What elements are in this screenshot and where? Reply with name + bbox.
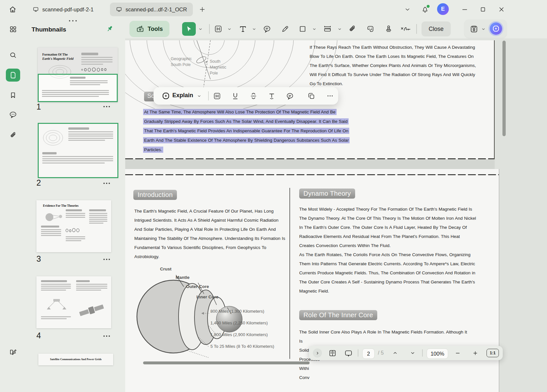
introduction-paragraph[interactable]: The Earth's Magnetic Field, A Crucial Fe…	[134, 207, 287, 261]
page-number-input[interactable]: 2	[362, 348, 375, 359]
thumbnail-menu-button[interactable]	[103, 183, 110, 184]
attach-tool-button[interactable]	[345, 22, 359, 36]
horizontal-scrollbar[interactable]	[143, 361, 310, 364]
section-heading-introduction[interactable]: Introduction	[133, 190, 177, 200]
highlight-action-button[interactable]	[212, 91, 222, 100]
close-window-button[interactable]	[497, 5, 506, 14]
section-heading-dynamo-theory[interactable]: Dynamo Theory	[299, 189, 355, 199]
highlight-tool-chevron[interactable]	[227, 27, 232, 31]
thumbnail-menu-button[interactable]	[103, 106, 110, 107]
comment-tool-button[interactable]	[260, 22, 274, 36]
highlight-tool-button[interactable]	[211, 22, 225, 36]
page1-selected-text[interactable]: At The Same Time, The Atmosphere Will Al…	[143, 107, 354, 154]
close-document-button[interactable]: Close	[421, 21, 451, 36]
text-tool-chevron[interactable]	[251, 27, 257, 31]
previous-page-button[interactable]	[390, 348, 400, 358]
thumbnail-menu-button[interactable]	[103, 335, 110, 337]
select-tool-button[interactable]	[182, 22, 196, 36]
reader-sign-mode-button[interactable]	[6, 346, 20, 359]
paperclip-icon	[348, 25, 356, 33]
sidebar-bookmarks-button[interactable]	[6, 89, 20, 102]
maximize-button[interactable]	[478, 5, 488, 14]
thumbnail-page-3[interactable]: Evidence For The Theories	[36, 200, 111, 252]
diagram-label-south-magnetic-pole: South Magnetic Pole	[210, 59, 230, 76]
open-book-pen-icon	[9, 348, 17, 357]
vertical-scrollbar[interactable]	[502, 41, 506, 136]
home-button[interactable]	[7, 3, 19, 16]
stamp-tool-button[interactable]	[382, 22, 395, 36]
ai-explain-icon	[161, 91, 171, 101]
pin-panel-button[interactable]	[105, 24, 114, 34]
sidebar-home-grid-button[interactable]	[6, 23, 20, 36]
comment-action-button[interactable]	[285, 91, 295, 100]
sidebar-search-button[interactable]	[6, 49, 20, 62]
selection-floating-toolbar: Explain	[153, 87, 338, 105]
shape-tool-chevron[interactable]	[312, 27, 317, 31]
select-tool-chevron[interactable]	[198, 27, 203, 31]
collapse-statusbar-button[interactable]	[313, 348, 322, 358]
next-page-button[interactable]	[408, 348, 418, 358]
page1-paragraph[interactable]: If These Rays Reach The Earth Without Ob…	[310, 43, 477, 88]
measure-tool-chevron[interactable]	[337, 27, 342, 31]
thumbnail-page-5[interactable]: Satellite Communications And Power Grids	[38, 354, 113, 365]
thumbnail-page-1[interactable]: Formation Of The Earth's Magnetic Field	[38, 47, 118, 102]
minimize-icon	[461, 6, 468, 13]
earth-label-mantle: Mantle	[176, 275, 190, 280]
measure-tool-button[interactable]	[321, 22, 334, 36]
notifications-button[interactable]	[420, 5, 430, 14]
statusbar-divider	[422, 349, 423, 357]
tab-document-1[interactable]: scanned-pdf-updf-2-1	[27, 3, 100, 16]
signature-tool-button[interactable]	[399, 22, 412, 36]
current-page: 2	[367, 351, 370, 357]
explain-button[interactable]: Explain	[172, 92, 193, 99]
save-chevron[interactable]	[481, 27, 486, 31]
sidebar-comments-button[interactable]	[6, 108, 20, 121]
thumbnail-viewport-indicator[interactable]	[38, 74, 118, 102]
strikethrough-action-button[interactable]	[248, 91, 258, 100]
dynamo-paragraph-1[interactable]: The Most Widely - Accepted Theory For Th…	[299, 205, 476, 250]
earth-measure-1: 800 Miles (1,300 Kilometers)	[210, 309, 264, 314]
thumbnail-page-4[interactable]	[36, 276, 111, 328]
panel-title: Thumbnails	[32, 26, 66, 33]
save-button[interactable]	[468, 23, 479, 34]
earth-measure-2: 1,400 Miles (2,250 Kilometers)	[210, 320, 268, 325]
sidebar-thumbnails-button[interactable]	[6, 69, 20, 82]
thumbnail-page-number: 1	[36, 102, 41, 111]
zoom-in-button[interactable]	[470, 348, 480, 358]
highlight-icon	[214, 25, 222, 33]
zoom-level-input[interactable]: 100%	[427, 348, 448, 359]
dynamo-paragraph-2[interactable]: As The Earth Rotates, The Coriolis Force…	[299, 250, 476, 296]
underline-action-button[interactable]	[230, 91, 240, 100]
new-tab-button[interactable]	[198, 5, 207, 14]
actual-size-button[interactable]: 1:1	[487, 349, 499, 357]
panel-drag-handle[interactable]	[69, 20, 77, 21]
home-icon	[9, 6, 17, 13]
avatar-initial: E	[441, 6, 445, 12]
squiggly-action-button[interactable]	[267, 91, 276, 100]
thumbnail-page-number: 2	[36, 178, 41, 188]
toolbar-divider	[208, 91, 209, 100]
presentation-mode-button[interactable]	[343, 348, 354, 358]
section-heading-inner-core[interactable]: Role Of The Inner Core	[299, 310, 377, 320]
thumbnail-menu-button[interactable]	[103, 259, 110, 260]
shape-tool-button[interactable]	[296, 22, 310, 36]
copy-action-button[interactable]	[306, 91, 316, 100]
toolbar-divider	[416, 24, 417, 34]
more-actions-button[interactable]	[325, 91, 335, 100]
tab-document-2-active[interactable]: scanned-pd...df-2-1_OCR	[110, 3, 193, 16]
thumb4-network-diagram	[44, 298, 70, 313]
collapse-toolbar-button[interactable]	[403, 5, 412, 14]
avatar[interactable]: E	[437, 3, 449, 15]
thumbnail-page-2[interactable]	[38, 124, 118, 177]
pen-tool-button[interactable]	[278, 22, 292, 36]
zoom-out-button[interactable]	[453, 348, 462, 358]
ai-assistant-button[interactable]	[490, 22, 502, 35]
two-page-view-button[interactable]	[327, 348, 338, 358]
thumb3-title: Evidence For The Theories	[43, 204, 79, 208]
sticker-tool-button[interactable]	[364, 22, 377, 36]
text-tool-button[interactable]	[236, 22, 250, 36]
explain-chevron[interactable]	[196, 94, 202, 98]
minimize-button[interactable]	[460, 5, 470, 14]
tools-button[interactable]: Tools	[129, 21, 169, 37]
sidebar-attachments-button[interactable]	[6, 129, 20, 142]
